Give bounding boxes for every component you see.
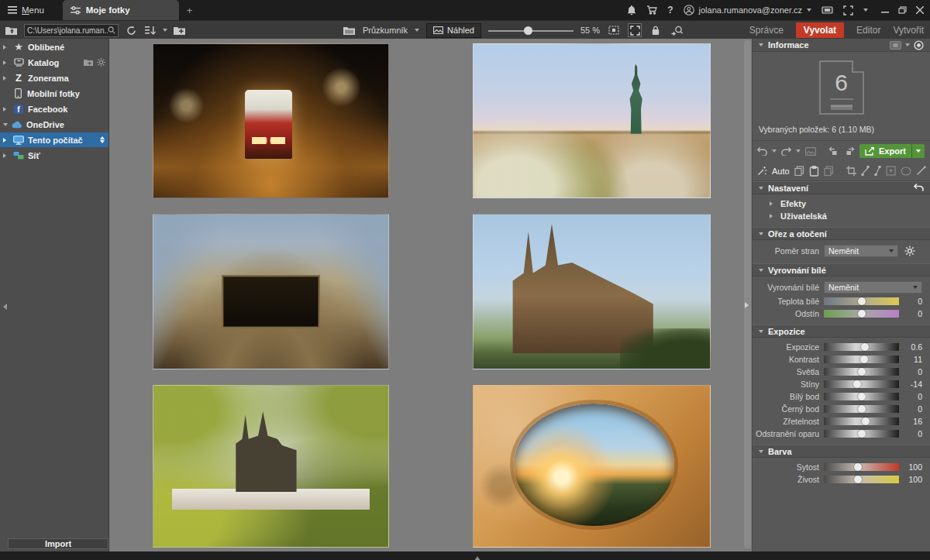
- photo-thumbnail-3[interactable]: [153, 214, 389, 369]
- straighten-tool-icon[interactable]: [886, 166, 896, 176]
- undo-history-chevron-icon[interactable]: [772, 149, 777, 155]
- sidebar-item-facebook[interactable]: f Facebook: [0, 101, 108, 116]
- sort-icon[interactable]: [143, 23, 157, 37]
- thumbnail-zoom-slider[interactable]: [488, 24, 574, 36]
- slider-thumb[interactable]: [524, 26, 532, 35]
- account-menu[interactable]: jolana.rumanova@zoner.cz: [684, 5, 811, 15]
- expand-arrow-icon[interactable]: [3, 45, 9, 50]
- sidebar-item-tento-pocitac[interactable]: Tento počítač: [0, 132, 108, 147]
- paste-partial-icon[interactable]: [824, 166, 834, 176]
- expand-arrow-icon[interactable]: [3, 60, 9, 65]
- expand-arrow-icon[interactable]: [3, 138, 9, 143]
- zivost-slider[interactable]: [824, 476, 899, 483]
- subsection-efekty[interactable]: Efekty: [753, 198, 930, 210]
- collapse-arrow-icon[interactable]: [3, 123, 8, 129]
- notifications-bell-icon[interactable]: [627, 5, 636, 15]
- odstin-slider[interactable]: [824, 310, 899, 318]
- sidebar-item-oblibene[interactable]: ★ Oblíbené: [0, 40, 108, 54]
- refresh-icon[interactable]: [124, 23, 138, 37]
- view-mode-chevron-icon[interactable]: [415, 29, 419, 34]
- expand-arrow-icon[interactable]: [3, 76, 9, 81]
- path-input[interactable]: C:\Users\jolana.ruman...\Moje fotky: [24, 24, 119, 37]
- module-vytvorit[interactable]: Vytvořit: [893, 25, 924, 36]
- vertical-scrollbar[interactable]: [744, 40, 751, 548]
- module-vyvolat[interactable]: Vyvolat: [796, 22, 844, 38]
- target-circle-icon[interactable]: [914, 40, 924, 50]
- import-button[interactable]: Import: [8, 538, 108, 549]
- teplota-bile-slider[interactable]: [824, 297, 899, 305]
- slider-thumb[interactable]: [862, 417, 870, 425]
- svetla-slider[interactable]: [824, 368, 899, 376]
- line-tool-icon[interactable]: [874, 166, 881, 176]
- odstraneni-oparu-slider[interactable]: [824, 430, 899, 438]
- store-cart-icon[interactable]: [646, 5, 657, 15]
- sidebar-item-katalog[interactable]: Katalog: [0, 55, 108, 70]
- folder-up-icon[interactable]: [5, 23, 19, 37]
- filmstrip-toggle-icon[interactable]: [474, 553, 480, 560]
- photo-thumbnail-4[interactable]: [473, 214, 711, 369]
- curve-tool-icon[interactable]: [861, 166, 870, 176]
- crop-tool-icon[interactable]: [846, 166, 856, 176]
- compare-image-icon[interactable]: [805, 147, 816, 156]
- slider-thumb[interactable]: [854, 463, 862, 471]
- preview-toggle-button[interactable]: Náhled: [426, 23, 481, 38]
- zoom-pointer-icon[interactable]: [670, 23, 684, 37]
- export-button[interactable]: Export: [859, 144, 925, 158]
- slider-thumb[interactable]: [858, 297, 866, 305]
- restore-window-button[interactable]: [898, 6, 907, 14]
- fullscreen-icon[interactable]: [843, 5, 853, 15]
- informace-header[interactable]: Informace: [753, 39, 930, 52]
- main-menu-button[interactable]: Menu: [0, 0, 52, 20]
- slider-thumb[interactable]: [858, 310, 866, 318]
- crop-settings-gear-icon[interactable]: [904, 246, 915, 256]
- thumbnail-info-mode-icon[interactable]: [890, 41, 901, 50]
- section-nastaveni-header[interactable]: Nastavení: [753, 181, 930, 194]
- lock-zoom-icon[interactable]: [649, 23, 663, 37]
- zretelnost-slider[interactable]: [824, 417, 899, 425]
- slider-thumb[interactable]: [860, 356, 868, 363]
- photo-thumbnail-2[interactable]: [473, 43, 711, 198]
- rotate-left-icon[interactable]: [828, 146, 839, 156]
- new-tab-button[interactable]: +: [187, 5, 193, 16]
- photo-thumbnail-6[interactable]: [473, 385, 711, 548]
- minimize-button[interactable]: [881, 6, 889, 14]
- expand-arrow-icon[interactable]: [3, 107, 9, 112]
- bily-bod-slider[interactable]: [824, 393, 899, 400]
- module-editor[interactable]: Editor: [856, 25, 880, 36]
- sidebar-item-mobilni-fotky[interactable]: Mobilní fotky: [0, 86, 108, 101]
- photo-thumbnail-1[interactable]: [153, 43, 389, 198]
- subsection-uzivatelska[interactable]: Uživatelská: [753, 210, 930, 222]
- brush-tool-icon[interactable]: [916, 166, 926, 176]
- copy-settings-icon[interactable]: [794, 166, 804, 176]
- reorder-icon[interactable]: [100, 134, 105, 146]
- tab-moje-fotky[interactable]: Moje fotky: [63, 0, 179, 20]
- cerny-bod-slider[interactable]: [824, 405, 899, 413]
- section-vyrovnani-bile-header[interactable]: Vyrovnání bílé: [753, 263, 930, 277]
- ellipse-tool-icon[interactable]: [901, 167, 911, 176]
- section-orez-header[interactable]: Ořez a otočení: [753, 227, 930, 240]
- auto-wand-icon[interactable]: [757, 166, 767, 176]
- section-expozice-header[interactable]: Expozice: [753, 325, 930, 338]
- add-folder-icon[interactable]: [84, 59, 94, 67]
- section-barva-header[interactable]: Barva: [753, 445, 930, 458]
- sidebar-item-onedrive[interactable]: OneDrive: [0, 117, 108, 132]
- slider-thumb[interactable]: [861, 343, 869, 351]
- aspect-ratio-dropdown[interactable]: Neměnit: [824, 245, 898, 257]
- module-spravce[interactable]: Správce: [749, 25, 784, 36]
- stiny-slider[interactable]: [824, 380, 899, 388]
- sidebar-item-zonerama[interactable]: Z Zonerama: [0, 70, 108, 85]
- slider-thumb[interactable]: [853, 380, 861, 388]
- slider-thumb[interactable]: [858, 405, 866, 413]
- redo-icon[interactable]: [781, 147, 791, 156]
- expozice-slider[interactable]: [824, 343, 899, 351]
- white-balance-dropdown[interactable]: Neměnit: [824, 281, 922, 294]
- export-options-button[interactable]: [911, 144, 925, 158]
- sidebar-collapse-handle[interactable]: [0, 298, 5, 315]
- panel-collapse-handle[interactable]: [746, 297, 752, 314]
- view-mode-label[interactable]: Průzkumník: [363, 26, 408, 35]
- second-display-icon[interactable]: [822, 6, 833, 15]
- reset-settings-icon[interactable]: [914, 184, 924, 192]
- expand-arrow-icon[interactable]: [3, 153, 9, 158]
- auto-button[interactable]: Auto: [772, 167, 790, 176]
- photo-thumbnail-5[interactable]: [153, 385, 389, 548]
